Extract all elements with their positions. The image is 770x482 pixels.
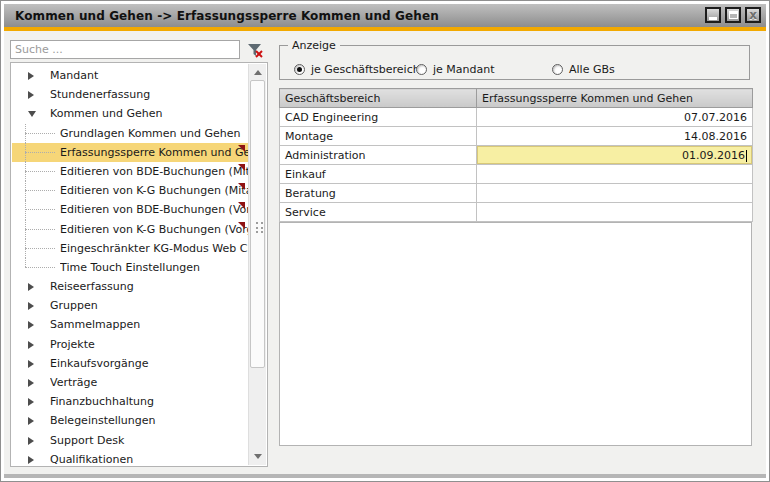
text-cursor	[746, 150, 747, 162]
expand-arrow-icon[interactable]	[28, 379, 34, 387]
tree-item[interactable]: Qualifikationen	[12, 450, 248, 465]
expand-arrow-icon[interactable]	[28, 360, 34, 368]
tree-leader-line	[25, 171, 55, 172]
tree-item[interactable]: Time Touch Einstellungen	[12, 258, 248, 277]
close-button[interactable]: x	[745, 7, 761, 23]
tree-leader-line	[25, 267, 55, 268]
radio-option[interactable]: je Geschäftsbereich	[294, 63, 420, 76]
radio-option-label: je Mandant	[433, 63, 495, 76]
radio-option[interactable]: Alle GBs	[552, 63, 615, 76]
tree-item[interactable]: Verträge	[12, 373, 248, 392]
maximize-icon	[729, 11, 738, 19]
expand-arrow-icon[interactable]	[28, 456, 34, 464]
tree-item[interactable]: Belegeinstellungen	[12, 411, 248, 430]
expand-arrow-icon[interactable]	[28, 321, 34, 329]
tree-item-label: Editieren von BDE-Buchungen (Mitarbeit	[60, 162, 248, 181]
expand-arrow-icon[interactable]	[28, 417, 34, 425]
sperre-date-cell[interactable]	[477, 165, 753, 184]
sperre-date-cell[interactable]: 07.07.2016	[477, 108, 753, 127]
tree-item[interactable]: Projekte	[12, 335, 248, 354]
radio-option-label: je Geschäftsbereich	[311, 63, 420, 76]
table-row: Service	[280, 203, 753, 222]
tree-item-label: Mandant	[50, 66, 248, 85]
expand-arrow-icon[interactable]	[28, 111, 36, 117]
radio-option-label: Alle GBs	[569, 63, 615, 76]
tree-item[interactable]: Kommen und Gehen	[12, 104, 248, 123]
radio-option[interactable]: je Mandant	[416, 63, 495, 76]
tree-item[interactable]: Editieren von BDE-Buchungen (Mitarbeit	[12, 162, 248, 181]
geschaeftsbereich-cell[interactable]: Service	[280, 203, 477, 222]
tree-item[interactable]: Einkaufsvorgänge	[12, 354, 248, 373]
window-body: Mandant Stundenerfassung Kommen und Gehe…	[4, 31, 766, 474]
geschaeftsbereich-cell[interactable]: Montage	[280, 127, 477, 146]
tree-item[interactable]: Editieren von K-G Buchungen (Vorgesetz	[12, 220, 248, 239]
expand-arrow-icon[interactable]	[28, 91, 34, 99]
minimize-button[interactable]	[705, 7, 721, 23]
tree-item[interactable]: Mandant	[12, 66, 248, 85]
tree-item-label: Belegeinstellungen	[50, 411, 248, 430]
tree-item-label: Finanzbuchhaltung	[50, 392, 248, 411]
expand-arrow-icon[interactable]	[28, 341, 34, 349]
tree-item-label: Qualifikationen	[50, 450, 248, 465]
tree-scrollbar[interactable]	[248, 64, 266, 465]
tree-leader-line	[25, 133, 55, 134]
truncation-marker-icon	[238, 145, 245, 152]
expand-arrow-icon[interactable]	[28, 398, 34, 406]
tree-item[interactable]: Eingeschränkter KG-Modus Web Client	[12, 239, 248, 258]
sperre-date-cell[interactable]: 14.08.2016	[477, 127, 753, 146]
close-icon: x	[749, 10, 757, 20]
tree-item[interactable]: Sammelmappen	[12, 315, 248, 334]
table-row: Montage 14.08.2016	[280, 127, 753, 146]
tree-leader-line	[25, 209, 55, 210]
maximize-button[interactable]	[725, 7, 741, 23]
tree-item[interactable]: Support Desk	[12, 431, 248, 450]
geschaeftsbereich-cell[interactable]: CAD Engineering	[280, 108, 477, 127]
expand-arrow-icon[interactable]	[28, 302, 34, 310]
tree-item[interactable]: Editieren von BDE-Buchungen (Vorgeset	[12, 200, 248, 219]
tree-item[interactable]: Erfassungssperre Kommen und Gehen	[12, 143, 248, 162]
radio-icon	[416, 64, 427, 75]
tree-item-label: Editieren von K-G Buchungen (Mitarbeit	[60, 181, 248, 200]
tree-item-label: Support Desk	[50, 431, 248, 450]
empty-detail-panel	[279, 222, 752, 446]
expand-arrow-icon[interactable]	[28, 437, 34, 445]
expand-arrow-icon[interactable]	[28, 72, 34, 80]
sperre-date-cell[interactable]: 01.09.2016	[477, 146, 753, 165]
column-header-geschaeftsbereich[interactable]: Geschäftsbereich	[280, 89, 477, 108]
tree-leader-line	[25, 152, 55, 153]
column-header-erfassungssperre[interactable]: Erfassungssperre Kommen und Gehen	[477, 89, 753, 108]
sperre-table: Geschäftsbereich Erfassungssperre Kommen…	[279, 88, 753, 222]
scroll-down-button[interactable]	[249, 449, 266, 464]
window-controls: x	[705, 7, 761, 23]
expand-arrow-icon[interactable]	[28, 283, 34, 291]
tree-item[interactable]: Stundenerfassung	[12, 85, 248, 104]
tree-item[interactable]: Reiseerfassung	[12, 277, 248, 296]
tree-item[interactable]: Finanzbuchhaltung	[12, 392, 248, 411]
truncation-marker-icon	[238, 202, 245, 209]
sperre-date-cell[interactable]	[477, 184, 753, 203]
geschaeftsbereich-cell[interactable]: Einkauf	[280, 165, 477, 184]
tree-item-label: Eingeschränkter KG-Modus Web Client	[60, 239, 248, 258]
table-row: Einkauf	[280, 165, 753, 184]
table-row: CAD Engineering 07.07.2016	[280, 108, 753, 127]
tree-item[interactable]: Editieren von K-G Buchungen (Mitarbeit	[12, 181, 248, 200]
tree-leader-line	[25, 248, 55, 249]
radio-icon	[552, 64, 563, 75]
geschaeftsbereich-cell[interactable]: Beratung	[280, 184, 477, 203]
sperre-date-cell[interactable]	[477, 203, 753, 222]
splitter-grip-icon[interactable]	[256, 222, 263, 233]
app-window: Kommen und Gehen -> Erfassungssperre Kom…	[0, 0, 770, 482]
tree-item-label: Erfassungssperre Kommen und Gehen	[60, 143, 248, 162]
clear-filter-icon[interactable]	[247, 42, 263, 58]
truncation-marker-icon	[238, 164, 245, 171]
tree-item[interactable]: Gruppen	[12, 296, 248, 315]
search-input[interactable]	[10, 40, 240, 59]
tree-item-label: Time Touch Einstellungen	[60, 258, 248, 277]
geschaeftsbereich-cell[interactable]: Administration	[280, 146, 477, 165]
table-row: Administration 01.09.2016	[280, 146, 753, 165]
tree-item-label: Projekte	[50, 335, 248, 354]
tree-item-label: Sammelmappen	[50, 315, 248, 334]
scroll-up-button[interactable]	[249, 65, 266, 80]
title-bar[interactable]: Kommen und Gehen -> Erfassungssperre Kom…	[4, 4, 766, 27]
tree-item[interactable]: Grundlagen Kommen und Gehen	[12, 124, 248, 143]
